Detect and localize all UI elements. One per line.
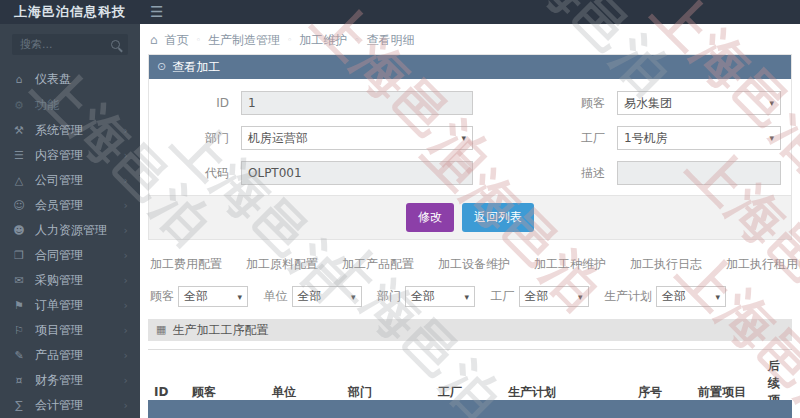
gear-icon: ⚙ <box>12 99 26 112</box>
id-field: 1 <box>241 91 473 115</box>
breadcrumb-separator: ◦ <box>287 35 292 45</box>
tab-material-config[interactable]: 加工原料配置 <box>246 256 318 273</box>
filter-value: 全部 <box>662 288 686 305</box>
sidebar-item-procurement[interactable]: ✉ 采购管理 › <box>0 268 140 293</box>
sidebar-item-dashboard[interactable]: ⌂ 仪表盘 <box>0 67 140 92</box>
tab-cost-config[interactable]: 加工费用配置 <box>150 256 222 273</box>
filter-value: 全部 <box>411 288 435 305</box>
dropdown-arrow-icon: ▾ <box>237 292 242 302</box>
hamburger-menu-icon[interactable]: ☰ <box>150 5 163 20</box>
users-icon: ☻ <box>12 224 26 237</box>
factory-filter-select[interactable]: 全部 ▾ <box>519 286 589 307</box>
sidebar-section-label: 功能 <box>35 97 59 114</box>
production-plan-filter-select[interactable]: 全部 ▾ <box>656 286 726 307</box>
code-value: OLPT001 <box>248 166 302 180</box>
department-select[interactable]: 机房运营部 ▾ <box>241 126 473 150</box>
sidebar-item-label: 合同管理 <box>35 247 83 264</box>
sidebar-item-label: 内容管理 <box>35 147 83 164</box>
flag-outline-icon: ⚐ <box>12 324 26 337</box>
customer-value: 易水集团 <box>624 95 672 112</box>
filter-label: 生产计划 <box>604 288 652 305</box>
department-filter-select[interactable]: 全部 ▾ <box>405 286 475 307</box>
tab-exec-rental-log[interactable]: 加工执行租用日志 <box>726 256 800 273</box>
breadcrumb-home[interactable]: 首页 <box>165 32 189 49</box>
chevron-right-icon: › <box>124 199 128 212</box>
detail-form: ID 1 顾客 易水集团 ▾ 部门 机房运营部 ▾ 工厂 1号机房 ▾ <box>149 79 791 195</box>
list-icon: ☰ <box>12 149 26 162</box>
sidebar-item-content[interactable]: ☰ 内容管理 › <box>0 143 140 168</box>
sidebar-section-features: ⚙ 功能 <box>0 93 140 118</box>
customer-filter-select[interactable]: 全部 ▾ <box>178 286 248 307</box>
chevron-right-icon: › <box>124 349 128 362</box>
home-icon: ⌂ <box>12 73 26 86</box>
unit-filter-select[interactable]: 全部 ▾ <box>292 286 362 307</box>
sidebar-item-finance[interactable]: ¤ 财务管理 › <box>0 368 140 393</box>
sidebar-item-label: 采购管理 <box>35 272 83 289</box>
id-label: ID <box>159 96 229 110</box>
chevron-right-icon: › <box>124 374 128 387</box>
sidebar-item-label: 仪表盘 <box>35 71 71 88</box>
customer-select[interactable]: 易水集团 ▾ <box>617 91 781 115</box>
currency-icon: ¤ <box>12 374 26 387</box>
factory-value: 1号机房 <box>624 130 668 147</box>
sidebar-item-company[interactable]: △ 公司管理 › <box>0 168 140 193</box>
pencil-icon: ✎ <box>12 349 26 362</box>
chevron-right-icon: › <box>124 399 128 412</box>
related-tabs: 加工费用配置 加工原料配置 加工产品配置 加工设备维护 加工工种维护 加工执行日… <box>150 256 800 273</box>
sidebar: 搜索... ⌂ 仪表盘 ⚙ 功能 ⚒ 系统管理 › ☰ 内容管理 › △ 公司管… <box>0 24 140 418</box>
panel-title: 查看加工 <box>172 55 220 79</box>
filter-customer: 顾客 全部 ▾ <box>150 286 248 307</box>
topbar: 上海邑泊信息科技 ☰ <box>0 0 800 24</box>
search-icon <box>111 40 120 49</box>
sidebar-item-order[interactable]: ⚑ 订单管理 › <box>0 293 140 318</box>
tab-exec-log[interactable]: 加工执行日志 <box>630 256 702 273</box>
document-icon: ❐ <box>12 249 26 262</box>
tab-product-config[interactable]: 加工产品配置 <box>342 256 414 273</box>
eye-icon: ⊙ <box>157 55 166 79</box>
sidebar-item-project[interactable]: ⚐ 项目管理 › <box>0 318 140 343</box>
filter-unit: 单位 全部 ▾ <box>264 286 362 307</box>
modify-button[interactable]: 修改 <box>406 203 454 232</box>
dropdown-arrow-icon: ▾ <box>769 133 774 143</box>
id-value: 1 <box>248 96 256 110</box>
flag-icon: ⚑ <box>12 299 26 312</box>
sidebar-item-contract[interactable]: ❐ 合同管理 › <box>0 243 140 268</box>
breadcrumb-manufacturing[interactable]: 生产制造管理 <box>208 32 280 49</box>
code-label: 代码 <box>159 165 229 182</box>
sidebar-item-product[interactable]: ✎ 产品管理 › <box>0 343 140 368</box>
user-icon: ☺ <box>12 199 26 212</box>
envelope-icon: ✉ <box>12 274 26 287</box>
tab-equipment[interactable]: 加工设备维护 <box>438 256 510 273</box>
chevron-right-icon: › <box>124 124 128 137</box>
sidebar-item-label: 人力资源管理 <box>35 222 107 239</box>
sidebar-item-accounting[interactable]: ∑ 会计管理 › <box>0 393 140 418</box>
sidebar-item-label: 项目管理 <box>35 322 83 339</box>
tab-worktype[interactable]: 加工工种维护 <box>534 256 606 273</box>
section-title: 生产加工工序配置 <box>172 319 268 341</box>
grid-icon: ▦ <box>156 319 166 341</box>
dropdown-arrow-icon: ▾ <box>351 292 356 302</box>
sidebar-item-member[interactable]: ☺ 会员管理 › <box>0 193 140 218</box>
back-to-list-button[interactable]: 返回列表 <box>462 203 534 232</box>
sidebar-item-label: 产品管理 <box>35 347 83 364</box>
sidebar-search[interactable]: 搜索... <box>12 34 128 55</box>
home-icon: ⌂ <box>150 33 158 47</box>
sidebar-item-system[interactable]: ⚒ 系统管理 › <box>0 118 140 143</box>
brand-title: 上海邑泊信息科技 <box>14 3 126 21</box>
view-processing-panel: ⊙ 查看加工 ID 1 顾客 易水集团 ▾ 部门 机房运营部 ▾ 工厂 <box>148 54 792 240</box>
code-field: OLPT001 <box>241 161 473 185</box>
sidebar-item-label: 系统管理 <box>35 122 83 139</box>
breadcrumb-processing[interactable]: 加工维护 <box>299 32 347 49</box>
factory-select[interactable]: 1号机房 ▾ <box>617 126 781 150</box>
sidebar-item-hr[interactable]: ☻ 人力资源管理 › <box>0 218 140 243</box>
breadcrumb-separator: ◦ <box>354 35 359 45</box>
customer-label: 顾客 <box>485 95 605 112</box>
breadcrumb: ⌂ 首页 ◦ 生产制造管理 ◦ 加工维护 ◦ 查看明细 <box>140 24 800 50</box>
filter-label: 单位 <box>264 288 288 305</box>
next-panel-header <box>148 400 792 418</box>
chevron-right-icon: › <box>124 174 128 187</box>
dropdown-arrow-icon: ▾ <box>461 133 466 143</box>
breadcrumb-current: 查看明细 <box>367 32 415 49</box>
chevron-right-icon: › <box>124 299 128 312</box>
sidebar-item-label: 会计管理 <box>35 397 83 414</box>
